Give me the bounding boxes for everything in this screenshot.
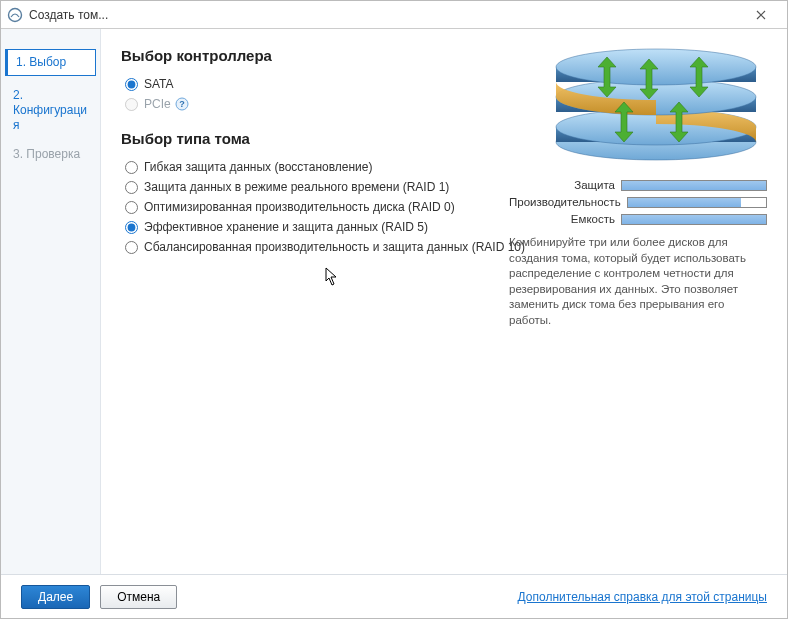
meter-row-capacity: Емкость <box>509 213 767 225</box>
meter-fill <box>628 198 741 207</box>
volume-type-radio[interactable] <box>125 221 138 234</box>
volume-type-label: Гибкая защита данных (восстановление) <box>144 160 372 174</box>
volume-type-radio[interactable] <box>125 201 138 214</box>
meter-row-protection: Защита <box>509 179 767 191</box>
meter-bar-capacity <box>621 214 767 225</box>
volume-type-radio[interactable] <box>125 241 138 254</box>
meter-fill <box>622 181 766 190</box>
sidebar-step-configure[interactable]: 2. Конфигурация <box>1 82 100 139</box>
volume-type-label: Оптимизированная производительность диск… <box>144 200 455 214</box>
svg-text:?: ? <box>179 99 185 109</box>
meter-bar-protection <box>621 180 767 191</box>
titlebar: Создать том... <box>1 1 787 29</box>
info-description: Комбинируйте три или более дисков для со… <box>509 235 767 328</box>
meter-label: Производительность <box>509 196 627 208</box>
footer: Далее Отмена Дополнительная справка для … <box>1 574 787 618</box>
meter-row-performance: Производительность <box>509 196 767 208</box>
app-icon <box>7 7 23 23</box>
cursor-icon <box>325 267 339 287</box>
help-icon[interactable]: ? <box>175 97 189 111</box>
sidebar-step-select[interactable]: 1. Выбор <box>5 49 96 76</box>
controller-label: PCIe <box>144 97 171 111</box>
volume-type-label: Эффективное хранение и защита данных (RA… <box>144 220 428 234</box>
meter-label: Защита <box>509 179 621 191</box>
help-link[interactable]: Дополнительная справка для этой страницы <box>518 590 767 604</box>
raid-illustration <box>545 37 767 167</box>
svg-point-0 <box>9 8 22 21</box>
meter-label: Емкость <box>509 213 621 225</box>
wizard-body: 1. Выбор 2. Конфигурация 3. Проверка Выб… <box>1 29 787 574</box>
controller-label: SATA <box>144 77 174 91</box>
wizard-window: Создать том... 1. Выбор 2. Конфигурация … <box>0 0 788 619</box>
info-panel: Защита Производительность Емкость <box>509 179 767 328</box>
close-button[interactable] <box>741 1 781 28</box>
volume-type-radio[interactable] <box>125 181 138 194</box>
meter-fill <box>622 215 766 224</box>
next-button[interactable]: Далее <box>21 585 90 609</box>
sidebar-step-verify: 3. Проверка <box>1 141 100 168</box>
volume-type-label: Защита данных в режиме реального времени… <box>144 180 449 194</box>
cancel-button[interactable]: Отмена <box>100 585 177 609</box>
meter-bar-performance <box>627 197 767 208</box>
volume-type-radio[interactable] <box>125 161 138 174</box>
volume-type-label: Сбалансированная производительность и за… <box>144 240 525 254</box>
sidebar: 1. Выбор 2. Конфигурация 3. Проверка <box>1 29 101 574</box>
content-area: Выбор контроллера SATA PCIe ? <box>101 29 787 574</box>
controller-radio-sata[interactable] <box>125 78 138 91</box>
window-title: Создать том... <box>29 8 741 22</box>
controller-radio-pcie <box>125 98 138 111</box>
